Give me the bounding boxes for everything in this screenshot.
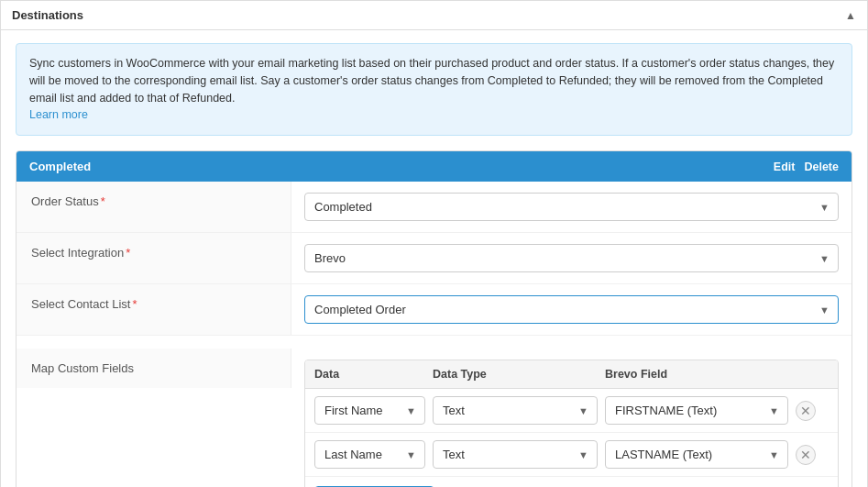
select-contact-list-select-wrapper: Completed Order Newsletter Subscribers ▼ (304, 295, 839, 324)
edit-button[interactable]: Edit (774, 160, 796, 173)
destination-card-body: Order Status * Completed Pending Process… (16, 182, 852, 487)
row1-remove-button[interactable]: ✕ (796, 401, 816, 421)
destination-card-title: Completed (29, 160, 91, 173)
select-contact-list-value-col: Completed Order Newsletter Subscribers ▼ (291, 284, 852, 335)
row1-data-type-select[interactable]: Text Number Date (433, 396, 598, 425)
row1-data-select[interactable]: First Name Last Name Email Phone (314, 396, 425, 425)
select-integration-required: * (126, 246, 130, 260)
page-title: Destinations (12, 8, 83, 22)
map-fields-footer: Map Another Field (305, 477, 838, 487)
select-contact-list-row: Select Contact List * Completed Order Ne… (16, 284, 852, 336)
order-status-label-col: Order Status * (16, 182, 291, 232)
order-status-select[interactable]: Completed Pending Processing Refunded Fa… (304, 193, 839, 221)
order-status-row: Order Status * Completed Pending Process… (16, 182, 852, 233)
row2-brevo-field-select[interactable]: FIRSTNAME (Text) LASTNAME (Text) EMAIL (… (605, 440, 788, 469)
delete-button[interactable]: Delete (804, 160, 839, 173)
header-data: Data (314, 368, 425, 381)
map-fields-header: Data Data Type Brevo Field (305, 360, 838, 389)
select-contact-list-label: Select Contact List (31, 297, 130, 311)
map-custom-fields-value-col: Data Data Type Brevo Field First Name (291, 349, 852, 487)
row1-data-type-select-wrapper: Text Number Date ▼ (433, 396, 598, 425)
row2-data-select-wrapper: First Name Last Name Email Phone ▼ (314, 440, 425, 469)
page-content: Sync customers in WooCommerce with your … (1, 30, 867, 487)
order-status-value-col: Completed Pending Processing Refunded Fa… (291, 182, 852, 232)
destination-card: Completed Edit Delete Order Status * (16, 150, 852, 487)
order-status-select-wrapper: Completed Pending Processing Refunded Fa… (304, 193, 839, 221)
order-status-required: * (101, 194, 105, 208)
page-wrapper: Destinations ▲ Sync customers in WooComm… (0, 0, 868, 487)
row2-data-type-select[interactable]: Text Number Date (433, 440, 598, 469)
map-custom-fields-label-col: Map Custom Fields (16, 349, 291, 388)
destination-card-header: Completed Edit Delete (16, 151, 852, 182)
row2-data-select[interactable]: First Name Last Name Email Phone (314, 440, 425, 469)
select-integration-row: Select Integration * Brevo Mailchimp Act… (16, 233, 852, 284)
page-header: Destinations ▲ (1, 1, 867, 30)
row1-brevo-field-select[interactable]: FIRSTNAME (Text) LASTNAME (Text) EMAIL (… (605, 396, 788, 425)
learn-more-link[interactable]: Learn more (29, 108, 88, 121)
header-data-type: Data Type (433, 368, 598, 381)
select-integration-label: Select Integration (31, 246, 124, 260)
select-contact-list-label-col: Select Contact List * (16, 284, 291, 335)
select-integration-select-wrapper: Brevo Mailchimp ActiveCampaign ▼ (304, 244, 839, 272)
map-fields-table: Data Data Type Brevo Field First Name (304, 360, 839, 487)
order-status-label: Order Status (31, 194, 99, 208)
row2-data-type-select-wrapper: Text Number Date ▼ (433, 440, 598, 469)
row1-brevo-field-select-wrapper: FIRSTNAME (Text) LASTNAME (Text) EMAIL (… (605, 396, 788, 425)
header-actions (796, 368, 829, 381)
collapse-icon[interactable]: ▲ (845, 9, 856, 22)
select-integration-value-col: Brevo Mailchimp ActiveCampaign ▼ (291, 233, 852, 283)
info-box: Sync customers in WooCommerce with your … (16, 43, 852, 136)
select-integration-select[interactable]: Brevo Mailchimp ActiveCampaign (304, 244, 839, 272)
table-row: First Name Last Name Email Phone ▼ (305, 389, 838, 433)
row1-data-select-wrapper: First Name Last Name Email Phone ▼ (314, 396, 425, 425)
map-custom-fields-label: Map Custom Fields (31, 361, 134, 375)
table-row: First Name Last Name Email Phone ▼ (305, 433, 838, 477)
select-integration-label-col: Select Integration * (16, 233, 291, 283)
destination-card-actions: Edit Delete (774, 160, 839, 173)
header-brevo-field: Brevo Field (605, 368, 788, 381)
row2-remove-button[interactable]: ✕ (796, 445, 816, 465)
map-custom-fields-row: Map Custom Fields Data Data Type Brevo F… (16, 336, 852, 487)
select-contact-list-required: * (132, 297, 137, 311)
select-contact-list-select[interactable]: Completed Order Newsletter Subscribers (304, 295, 839, 324)
info-text: Sync customers in WooCommerce with your … (29, 57, 834, 105)
row2-brevo-field-select-wrapper: FIRSTNAME (Text) LASTNAME (Text) EMAIL (… (605, 440, 788, 469)
